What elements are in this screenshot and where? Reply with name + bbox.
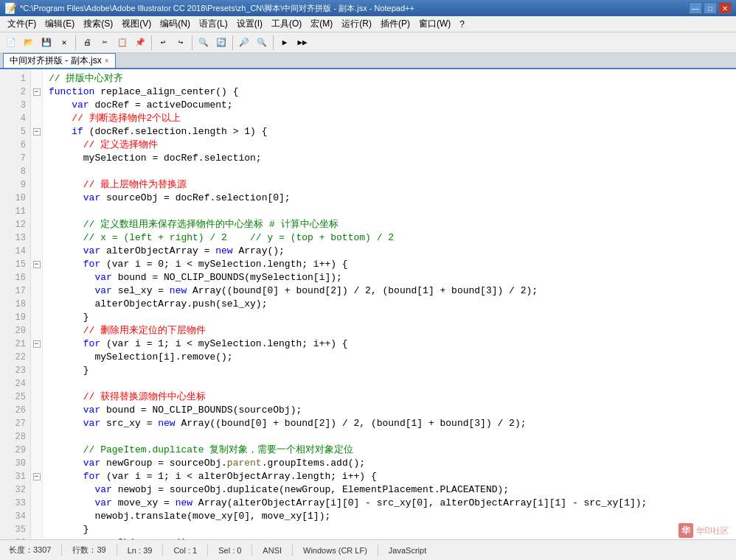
token: var [83, 192, 100, 205]
menu-item-设置(I)[interactable]: 设置(I) [232, 16, 267, 32]
find-button[interactable]: 🔍 [195, 35, 212, 51]
fold-indicators: −−−−− [31, 69, 43, 539]
menu-item-搜索(S)[interactable]: 搜索(S) [79, 16, 117, 32]
token: src_xy = [100, 417, 158, 430]
code-line-25: // 获得替换源物件中心坐标 [49, 391, 736, 404]
redo-button[interactable]: ↪ [173, 35, 189, 51]
menu-item-文件(F)[interactable]: 文件(F) [3, 16, 41, 32]
fold-indicator-18 [31, 298, 42, 311]
token [49, 99, 72, 112]
token [49, 337, 83, 351]
fold-indicator-31[interactable]: − [31, 470, 42, 483]
token: (var i = 1; i < mySelection.length; i++)… [100, 337, 347, 351]
code-line-34: newobj.translate(move_xy[0], move_xy[1])… [49, 510, 736, 523]
token [49, 457, 83, 470]
code-line-21: for (var i = 1; i < mySelection.length; … [49, 337, 736, 351]
token: mySelection[i].remove(); [49, 351, 233, 364]
fold-indicator-7 [31, 152, 42, 165]
new-button[interactable]: 📄 [3, 35, 19, 51]
token [49, 324, 83, 337]
token: new [176, 497, 192, 510]
token [49, 112, 72, 125]
fold-indicator-8 [31, 165, 42, 178]
menu-item-宏(M)[interactable]: 宏(M) [306, 16, 337, 32]
token [49, 258, 83, 271]
zoom-out-button[interactable]: 🔍 [254, 35, 270, 51]
fold-indicator-5[interactable]: − [31, 125, 42, 139]
code-content[interactable]: // 拼版中心对齐function replace_align_center()… [43, 69, 736, 539]
code-line-28 [49, 430, 736, 444]
print-button[interactable]: 🖨 [79, 35, 95, 51]
fold-indicator-21[interactable]: − [31, 337, 42, 351]
token: // 获得替换源物件中心坐标 [83, 391, 206, 404]
line-number-29: 29 [0, 444, 30, 457]
code-line-2: function replace_align_center() { [49, 85, 736, 99]
menu-item-?[interactable]: ? [455, 18, 469, 31]
line-number-12: 12 [0, 218, 30, 231]
fold-indicator-25 [31, 391, 42, 404]
token: bound = NO_CLIP_BOUNDS(sourceObj); [100, 404, 302, 417]
separator3 [192, 35, 192, 50]
macro-button[interactable]: ▶ [277, 35, 293, 51]
fold-indicator-33 [31, 497, 42, 510]
status-sep7 [378, 545, 378, 556]
token: new [215, 245, 232, 258]
code-line-24 [49, 377, 736, 391]
token [49, 125, 72, 139]
close-file-button[interactable]: ✕ [56, 35, 72, 51]
save-button[interactable]: 💾 [38, 35, 55, 51]
fold-indicator-15[interactable]: − [31, 258, 42, 271]
encoding-status: ANSI [260, 546, 285, 555]
code-line-29: // PageItem.duplicate 复制对象，需要一个相对对象定位 [49, 444, 736, 457]
menu-item-工具(O)[interactable]: 工具(O) [267, 16, 306, 32]
menu-item-窗口(W)[interactable]: 窗口(W) [414, 16, 455, 32]
code-line-8 [49, 165, 736, 178]
line-number-1: 1 [0, 72, 30, 85]
replace-button[interactable]: 🔄 [213, 35, 229, 51]
token [49, 139, 83, 152]
menu-item-语言(L)[interactable]: 语言(L) [195, 16, 232, 32]
token [49, 245, 83, 258]
menu-item-运行(R)[interactable]: 运行(R) [337, 16, 376, 32]
minimize-button[interactable]: — [689, 2, 702, 14]
fold-indicator-2[interactable]: − [31, 85, 42, 99]
code-line-36: sourceObj.remove(); [49, 536, 736, 539]
line-number-20: 20 [0, 324, 30, 337]
undo-button[interactable]: ↩ [155, 35, 171, 51]
run-button[interactable]: ▶▶ [294, 35, 310, 51]
maximize-button[interactable]: □ [704, 2, 717, 14]
status-bar: 长度：3307 行数：39 Ln : 39 Col : 1 Sel : 0 AN… [0, 539, 736, 560]
close-button[interactable]: ✕ [718, 2, 732, 14]
paste-button[interactable]: 📌 [132, 35, 148, 51]
tab-close-button[interactable]: × [105, 57, 109, 65]
line-number-10: 10 [0, 192, 30, 205]
active-tab[interactable]: 中间对齐拼版 - 副本.jsx × [3, 53, 116, 68]
zoom-in-button[interactable]: 🔎 [236, 35, 252, 51]
line-number-27: 27 [0, 417, 30, 430]
menu-item-编辑(E)[interactable]: 编辑(E) [41, 16, 79, 32]
token: new [170, 284, 187, 298]
open-button[interactable]: 📂 [21, 35, 37, 51]
fold-indicator-34 [31, 510, 42, 523]
menu-item-插件(P)[interactable]: 插件(P) [376, 16, 414, 32]
token: .groupItems.add(); [262, 457, 365, 470]
cut-button[interactable]: ✂ [97, 35, 113, 51]
token: if [72, 125, 83, 139]
line-number-36: 36 [0, 536, 30, 539]
fold-indicator-26 [31, 404, 42, 417]
line-number-8: 8 [0, 165, 30, 178]
token: var [94, 271, 111, 284]
line-number-24: 24 [0, 377, 30, 391]
code-line-22: mySelection[i].remove(); [49, 351, 736, 364]
line-number-7: 7 [0, 152, 30, 165]
line-number-35: 35 [0, 523, 30, 536]
menu-item-视图(V)[interactable]: 视图(V) [117, 16, 156, 32]
token [49, 178, 83, 192]
token: var [94, 483, 111, 497]
fold-indicator-30 [31, 457, 42, 470]
token: // 删除用来定位的下层物件 [83, 324, 206, 337]
fold-indicator-28 [31, 430, 42, 444]
copy-button[interactable]: 📋 [114, 35, 131, 51]
fold-indicator-14 [31, 245, 42, 258]
menu-item-编码(N)[interactable]: 编码(N) [156, 16, 195, 32]
